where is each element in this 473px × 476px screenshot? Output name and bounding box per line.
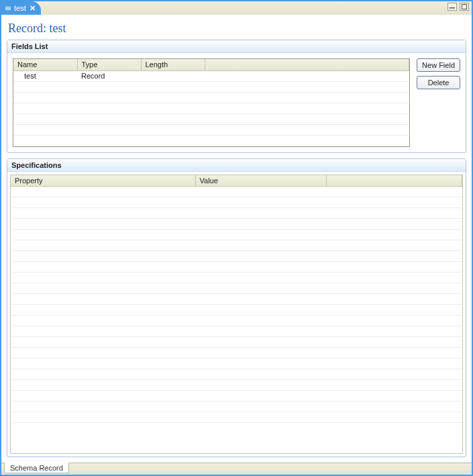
- fields-list-section: Fields List Name Type Length: [7, 40, 466, 153]
- table-row[interactable]: [11, 197, 462, 208]
- col-spec-extra[interactable]: [326, 175, 462, 187]
- table-row[interactable]: [11, 369, 462, 380]
- minimize-icon: [450, 5, 455, 9]
- table-row[interactable]: [11, 305, 462, 316]
- cell-length: [141, 70, 205, 81]
- page-title: Record: test: [7, 19, 466, 40]
- col-type[interactable]: Type: [77, 59, 141, 70]
- col-value[interactable]: Value: [195, 175, 326, 187]
- editor-window: test ✕ Record: test Fields List N: [0, 0, 473, 476]
- tab-label: test: [14, 4, 26, 12]
- table-row[interactable]: [13, 135, 409, 146]
- table-row[interactable]: [11, 262, 462, 273]
- table-row[interactable]: [11, 401, 462, 412]
- svg-rect-0: [450, 7, 455, 9]
- maximize-icon: [462, 4, 467, 9]
- tab-schema-record[interactable]: Schema Record: [4, 463, 69, 473]
- cell-extra: [205, 70, 409, 81]
- fields-header-row: Name Type Length: [13, 59, 409, 70]
- table-row[interactable]: [11, 230, 462, 240]
- table-row[interactable]: test Record: [13, 70, 409, 81]
- table-row[interactable]: [11, 380, 462, 391]
- specifications-table[interactable]: Property Value: [10, 175, 463, 455]
- specifications-header: Specifications: [7, 159, 466, 172]
- table-row[interactable]: [11, 316, 462, 326]
- fields-list-header: Fields List: [7, 40, 466, 53]
- table-row[interactable]: [11, 326, 462, 337]
- table-row[interactable]: [13, 81, 409, 92]
- table-row[interactable]: [11, 337, 462, 348]
- delete-button[interactable]: Delete: [417, 76, 460, 89]
- table-row[interactable]: [13, 124, 409, 135]
- table-row[interactable]: [11, 240, 462, 251]
- table-row[interactable]: [11, 391, 462, 401]
- fields-table[interactable]: Name Type Length test Record: [13, 58, 410, 147]
- cell-name: test: [13, 70, 77, 81]
- maximize-button[interactable]: [460, 3, 469, 11]
- table-row[interactable]: [11, 412, 462, 423]
- col-name[interactable]: Name: [13, 59, 77, 70]
- footer-tab-bar: Schema Record: [1, 463, 472, 475]
- minimize-button[interactable]: [448, 3, 457, 11]
- content-area: Record: test Fields List Name Type Lengt…: [1, 15, 472, 475]
- table-row[interactable]: [13, 92, 409, 103]
- table-row[interactable]: [11, 283, 462, 294]
- fields-buttons: New Field Delete: [417, 58, 460, 147]
- table-row[interactable]: [13, 113, 409, 124]
- table-row[interactable]: [13, 103, 409, 113]
- new-field-button[interactable]: New Field: [417, 58, 460, 72]
- table-row[interactable]: [11, 219, 462, 230]
- svg-rect-1: [462, 5, 467, 9]
- table-row[interactable]: [11, 359, 462, 369]
- table-row[interactable]: [11, 273, 462, 283]
- fields-list-body: Name Type Length test Record: [7, 53, 466, 152]
- titlebar: test ✕: [1, 1, 472, 15]
- table-row[interactable]: [11, 294, 462, 305]
- menu-icon: [5, 7, 11, 10]
- specifications-section: Specifications Property Value: [7, 158, 466, 458]
- table-row[interactable]: [11, 251, 462, 262]
- close-icon[interactable]: ✕: [30, 4, 36, 13]
- table-row[interactable]: [11, 348, 462, 359]
- col-property[interactable]: Property: [11, 175, 195, 187]
- table-row[interactable]: [11, 187, 462, 197]
- specs-header-row: Property Value: [11, 175, 462, 187]
- table-row[interactable]: [11, 208, 462, 219]
- window-controls: [448, 3, 469, 11]
- col-extra[interactable]: [205, 59, 409, 70]
- active-tab[interactable]: test ✕: [1, 1, 41, 15]
- col-length[interactable]: Length: [141, 59, 205, 70]
- specifications-body: Property Value: [7, 172, 466, 457]
- cell-type: Record: [77, 70, 141, 81]
